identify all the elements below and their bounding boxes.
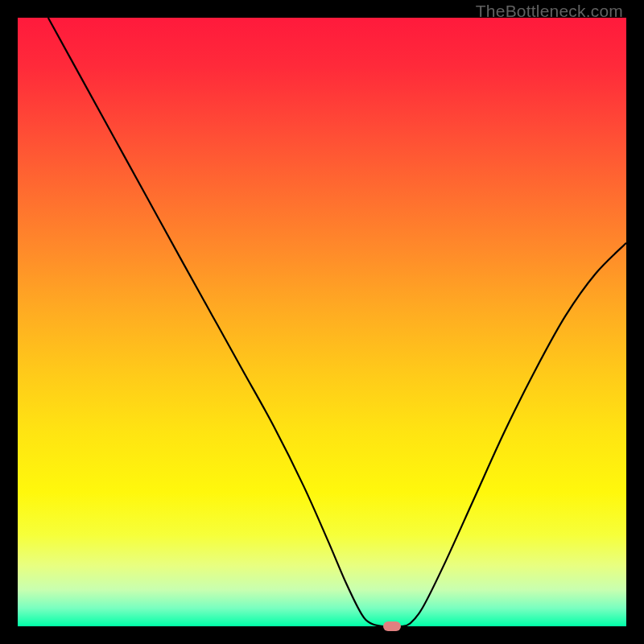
optimal-point-marker <box>383 621 401 631</box>
chart-container: TheBottleneck.com <box>0 0 644 644</box>
bottleneck-curve <box>18 18 626 626</box>
watermark-text: TheBottleneck.com <box>476 2 623 21</box>
